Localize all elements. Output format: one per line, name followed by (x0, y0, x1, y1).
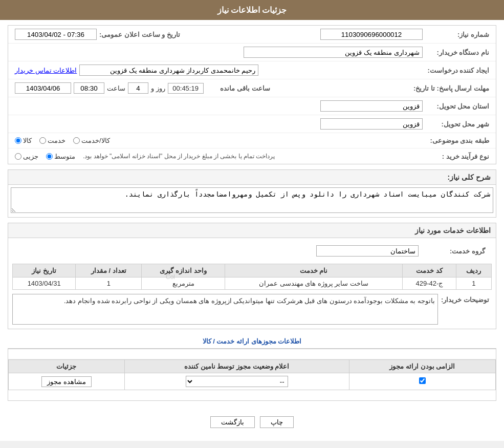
need-number-label: شماره نیاز: (425, 31, 492, 38)
td-row: 1 (456, 278, 491, 290)
need-description-section: شرح کلی نیاز: شرکت کنندگان میبایست اسناد… (8, 169, 496, 218)
purchase-type-label: نوع فرآیند خرید : (425, 153, 492, 160)
category-value: کالا/خدمت خدمت کالا (12, 136, 425, 145)
delivery-province-value (12, 99, 425, 113)
row-service-group: گروه خدمت: (12, 242, 492, 260)
need-description-textarea[interactable]: شرکت کنندگان میبایست اسناد شهرداری را دا… (11, 187, 493, 213)
buyer-notes-row: توضیحات خریدار: باتوجه به مشکلات بوجودآم… (12, 294, 492, 325)
radio-kala-khidmat[interactable] (73, 137, 80, 144)
time-input[interactable] (74, 82, 104, 94)
service-group-value (16, 244, 421, 258)
td-required-checkbox (349, 373, 495, 390)
permissions-row: -- مشاهده مجوز (9, 373, 496, 390)
row-requester: ایجاد کننده درخواست: اطلاعات تماس خریدار (8, 61, 496, 79)
td-quantity: 1 (76, 278, 142, 290)
days-label: روز و (151, 84, 165, 92)
th-status: اعلام وضعیت مجوز توسط نامین کننده (124, 360, 349, 373)
buyer-org-input[interactable] (244, 47, 423, 58)
permissions-section: اطلاعات مجوزهای ارائه خدمت / کالا الزامی… (8, 334, 496, 401)
permissions-table: الزامی بودن ارائه مجوز اعلام وضعیت مجوز … (8, 359, 496, 390)
row-category: طبقه بندی موضوعی: کالا/خدمت خدمت کالا (8, 133, 496, 148)
requester-label: ایجاد کننده درخواست: (425, 67, 492, 74)
th-quantity: تعداد / مقدار (76, 264, 142, 278)
th-unit: واحد اندازه گیری (142, 264, 225, 278)
th-required: الزامی بودن ارائه مجوز (349, 360, 495, 373)
td-date: 1403/04/31 (13, 278, 76, 290)
page-wrapper: جزئیات اطلاعات نیاز شماره نیاز: تاریخ و … (0, 0, 504, 441)
th-service-name: نام خدمت (225, 264, 402, 278)
footer-buttons: چاپ بازگشت (8, 409, 496, 436)
status-select[interactable]: -- (186, 376, 288, 387)
td-details: مشاهده مجوز (9, 373, 125, 390)
services-section-title: اطلاعات خدمات مورد نیاز (8, 223, 496, 238)
service-group-input[interactable] (316, 245, 419, 257)
deadline-date-input[interactable] (15, 82, 71, 94)
contact-link[interactable]: اطلاعات تماس خریدار (15, 67, 77, 74)
purchase-type-value: پرداخت تمام یا بخشی از مبلغ خریدار از مح… (12, 152, 425, 161)
radio-mutavasit[interactable] (46, 153, 53, 160)
category-kala-khidmat[interactable]: کالا/خدمت (73, 137, 110, 144)
services-section: اطلاعات خدمات مورد نیاز گروه خدمت: Col (8, 223, 496, 329)
delivery-city-value (12, 117, 425, 131)
requester-value: اطلاعات تماس خریدار (12, 63, 425, 77)
need-description-title: شرح کلی نیاز: (8, 169, 496, 184)
purchase-type-juzee[interactable]: جزیی (15, 153, 38, 160)
row-deadline: مهلت ارسال پاسخ: تا تاریخ: ساعت باقی مان… (8, 79, 496, 97)
delivery-city-input[interactable] (320, 118, 423, 130)
info-section: شماره نیاز: تاریخ و ساعت اعلان عمومی: نا… (8, 25, 496, 164)
row-need-number: شماره نیاز: تاریخ و ساعت اعلان عمومی: (8, 26, 496, 44)
buyer-org-value (12, 46, 425, 59)
service-group-label: گروه خدمت: (421, 247, 488, 255)
services-table-wrapper: Col ردیف کد خدمت نام خدمت واحد اندازه گی… (12, 264, 492, 290)
buyer-org-label: نام دستگاه خریدار: (425, 49, 492, 56)
need-description-title-text: شرح کلی نیاز: (448, 173, 491, 181)
purchase-type-juzee-label: جزیی (23, 153, 38, 160)
print-button[interactable]: چاپ (260, 416, 294, 428)
purchase-type-mutavasit[interactable]: متوسط (46, 153, 75, 160)
row-purchase-type: نوع فرآیند خرید : پرداخت تمام یا بخشی از… (8, 148, 496, 164)
category-khidmat[interactable]: خدمت (39, 137, 65, 144)
page-title: جزئیات اطلاعات نیاز (217, 6, 287, 14)
required-checkbox[interactable] (419, 377, 426, 384)
category-khidmat-label: خدمت (48, 137, 65, 144)
row-delivery-province: استان محل تحویل: (8, 97, 496, 115)
category-kala-label: کالا (23, 137, 32, 144)
table-row: 1 ج-42-429 ساخت سایر پروژه های مهندسی عم… (13, 278, 492, 290)
time-label: ساعت (107, 84, 125, 92)
days-input[interactable] (128, 82, 148, 94)
th-row: ردیف (456, 264, 491, 278)
announcement-date-label: تاریخ و ساعت اعلان عمومی: (99, 31, 183, 38)
row-delivery-city: شهر محل تحویل: (8, 115, 496, 133)
need-number-input[interactable] (320, 29, 423, 40)
td-status: -- (124, 373, 349, 390)
td-service-name: ساخت سایر پروژه های مهندسی عمران (225, 278, 402, 290)
permissions-spacer-bottom (8, 390, 496, 400)
delivery-province-input[interactable] (320, 100, 423, 112)
buyer-notes-content: باتوجه به مشکلات بوجودآمده درستون های قب… (12, 294, 438, 325)
buyer-notes-label: توضیحات خریدار: (441, 294, 492, 304)
permissions-spacer (8, 349, 496, 359)
delivery-province-label: استان محل تحویل: (425, 102, 492, 110)
permissions-content: الزامی بودن ارائه مجوز اعلام وضعیت مجوز … (8, 349, 496, 401)
need-description-content: شرکت کنندگان میبایست اسناد شهرداری را دا… (8, 184, 496, 218)
category-kala-khidmat-label: کالا/خدمت (81, 137, 110, 144)
th-service-code: کد خدمت (402, 264, 456, 278)
th-date: تاریخ نیاز (13, 264, 76, 278)
remaining-label: ساعت باقی مانده (206, 84, 273, 92)
back-button[interactable]: بازگشت (210, 416, 255, 428)
remaining-time: 00:45:19 (168, 83, 204, 94)
radio-khidmat[interactable] (39, 137, 46, 144)
td-service-code: ج-42-429 (402, 278, 456, 290)
th-details: جزئیات (9, 360, 125, 373)
delivery-city-label: شهر محل تحویل: (425, 120, 492, 128)
purchase-type-note: پرداخت تمام یا بخشی از مبلغ خریدار از مح… (83, 153, 275, 160)
announcement-date-input[interactable] (15, 29, 97, 40)
radio-kala[interactable] (15, 137, 21, 144)
page-header: جزئیات اطلاعات نیاز (0, 0, 504, 20)
requester-input[interactable] (79, 65, 258, 76)
row-buyer-org: نام دستگاه خریدار: (8, 44, 496, 61)
radio-juzee[interactable] (15, 153, 21, 160)
permissions-subtitle: اطلاعات مجوزهای ارائه خدمت / کالا (8, 334, 496, 349)
view-permit-button[interactable]: مشاهده مجوز (41, 376, 92, 387)
category-kala[interactable]: کالا (15, 137, 32, 144)
